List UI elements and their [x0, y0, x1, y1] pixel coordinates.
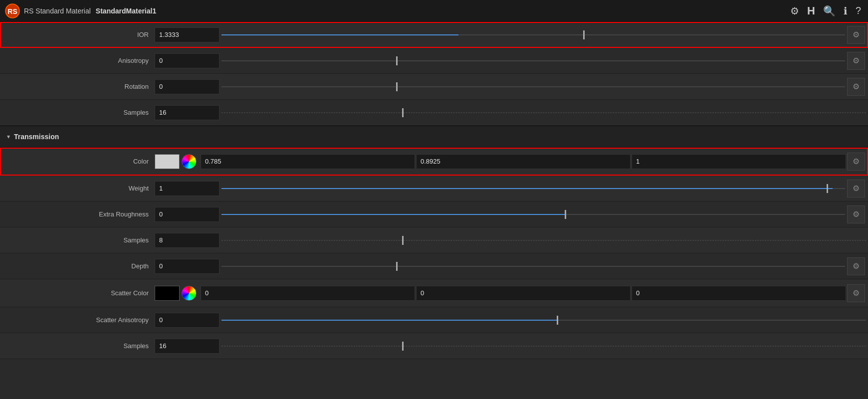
depth-row: Depth 0 ⚙ — [0, 253, 868, 279]
search-icon[interactable]: 🔍 — [821, 4, 838, 18]
h-icon[interactable]: H — [805, 3, 817, 18]
scatter-color-r[interactable]: 0 — [201, 286, 415, 301]
rotation-gear[interactable]: ⚙ — [847, 78, 865, 96]
scatter-color-label: Scatter Color — [0, 289, 155, 297]
ior-slider-fill — [221, 34, 458, 35]
depth-value[interactable]: 0 — [155, 259, 219, 274]
samples-scatter-slider[interactable] — [221, 339, 866, 354]
extra-roughness-value[interactable]: 0 — [155, 207, 219, 222]
depth-track — [221, 266, 845, 267]
scatter-color-swatch[interactable] — [155, 286, 180, 301]
samples-trans-slider[interactable] — [221, 233, 866, 248]
extra-roughness-row: Extra Roughness 0 ⚙ — [0, 201, 868, 227]
scatter-color-wheel[interactable] — [182, 286, 197, 301]
ior-value[interactable]: 1.3333 — [155, 27, 219, 42]
info-icon[interactable]: ℹ — [842, 4, 850, 18]
samples-spec-value[interactable]: 16 — [155, 105, 219, 120]
scatter-anisotropy-handle[interactable] — [557, 316, 558, 325]
title-bar: RS RS Standard Material StandardMaterial… — [0, 0, 868, 22]
samples-scatter-dotted — [221, 346, 866, 346]
extra-roughness-label: Extra Roughness — [0, 210, 155, 218]
anisotropy-value[interactable]: 0 — [155, 53, 219, 68]
scatter-color-g[interactable]: 0 — [416, 286, 631, 301]
extra-roughness-slider[interactable] — [221, 207, 845, 222]
samples-spec-label: Samples — [0, 109, 155, 116]
samples-scatter-label: Samples — [0, 342, 155, 350]
samples-trans-label: Samples — [0, 236, 155, 244]
depth-handle[interactable] — [396, 262, 398, 271]
svg-text:RS: RS — [7, 7, 17, 15]
rotation-slider[interactable] — [221, 79, 845, 94]
samples-spec-handle[interactable] — [402, 108, 404, 117]
anisotropy-gear[interactable]: ⚙ — [847, 52, 865, 70]
scatter-anisotropy-fill — [221, 320, 557, 321]
ior-slider-handle[interactable] — [583, 30, 585, 39]
samples-trans-handle[interactable] — [402, 236, 404, 245]
depth-slider[interactable] — [221, 259, 845, 274]
scatter-anisotropy-label: Scatter Anisotropy — [0, 316, 155, 324]
title-icons: ⚙ H 🔍 ℹ ? — [788, 3, 863, 18]
transmission-color-g[interactable]: 0.8925 — [416, 154, 631, 169]
transmission-arrow: ▾ — [7, 133, 10, 140]
ior-row: IOR 1.3333 ⚙ — [0, 22, 868, 48]
rs-logo: RS — [5, 3, 20, 18]
anisotropy-handle[interactable] — [396, 56, 398, 65]
ior-slider[interactable] — [221, 27, 845, 42]
samples-spec-dotted — [221, 112, 866, 113]
weight-label: Weight — [0, 185, 155, 192]
transmission-color-label: Color — [0, 158, 155, 165]
samples-trans-dotted — [221, 240, 866, 240]
rotation-track — [221, 86, 845, 87]
depth-label: Depth — [0, 262, 155, 270]
transmission-color-row: Color 0.785 0.8925 1 ⚙ — [0, 148, 868, 176]
scatter-anisotropy-value[interactable]: 0 — [155, 313, 219, 328]
main-panel: IOR 1.3333 ⚙ Anisotropy 0 ⚙ Rotation 0 — [0, 22, 868, 399]
weight-row: Weight 1 ⚙ — [0, 176, 868, 201]
weight-handle[interactable] — [827, 184, 828, 193]
weight-gear[interactable]: ⚙ — [847, 180, 865, 198]
weight-value[interactable]: 1 — [155, 181, 219, 196]
rotation-handle[interactable] — [396, 82, 398, 91]
scatter-color-gear[interactable]: ⚙ — [847, 284, 865, 302]
settings-icon[interactable]: ⚙ — [788, 4, 801, 18]
transmission-color-swatch[interactable] — [155, 154, 180, 169]
scatter-anisotropy-slider[interactable] — [221, 313, 866, 328]
scatter-color-row: Scatter Color 0 0 0 ⚙ — [0, 279, 868, 307]
samples-spec-row: Samples 16 — [0, 100, 868, 126]
anisotropy-track — [221, 60, 845, 61]
weight-fill — [221, 188, 833, 189]
rotation-label: Rotation — [0, 83, 155, 90]
samples-scatter-handle[interactable] — [402, 342, 404, 351]
samples-spec-slider[interactable] — [221, 105, 866, 120]
ior-gear[interactable]: ⚙ — [847, 26, 865, 44]
transmission-color-r[interactable]: 0.785 — [201, 154, 415, 169]
anisotropy-label: Anisotropy — [0, 57, 155, 64]
samples-trans-value[interactable]: 8 — [155, 233, 219, 248]
extra-roughness-fill — [221, 214, 565, 215]
transmission-section-header[interactable]: ▾ Transmission — [0, 126, 868, 148]
ior-label: IOR — [0, 31, 155, 38]
transmission-color-wheel[interactable] — [182, 154, 197, 169]
doc-title: StandardMaterial1 — [96, 7, 156, 15]
anisotropy-row: Anisotropy 0 ⚙ — [0, 48, 868, 74]
depth-gear[interactable]: ⚙ — [847, 257, 865, 275]
weight-slider[interactable] — [221, 181, 845, 196]
samples-scatter-row: Samples 16 — [0, 333, 868, 359]
transmission-title: Transmission — [14, 133, 59, 141]
extra-roughness-handle[interactable] — [565, 210, 566, 219]
samples-trans-row: Samples 8 — [0, 227, 868, 253]
extra-roughness-gear[interactable]: ⚙ — [847, 205, 865, 223]
app-title: RS Standard Material — [24, 7, 91, 15]
scatter-color-b[interactable]: 0 — [632, 286, 846, 301]
rotation-row: Rotation 0 ⚙ — [0, 74, 868, 100]
samples-scatter-value[interactable]: 16 — [155, 339, 219, 354]
rotation-value[interactable]: 0 — [155, 79, 219, 94]
anisotropy-slider[interactable] — [221, 53, 845, 68]
help-icon[interactable]: ? — [854, 4, 863, 17]
transmission-color-b[interactable]: 1 — [632, 154, 846, 169]
transmission-color-gear[interactable]: ⚙ — [847, 153, 865, 171]
scatter-anisotropy-row: Scatter Anisotropy 0 — [0, 307, 868, 333]
